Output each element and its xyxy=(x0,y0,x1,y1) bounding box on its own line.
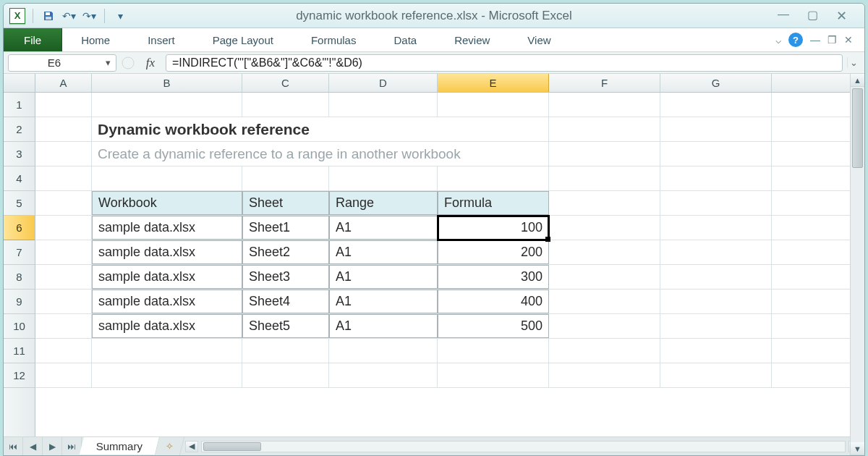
hscroll-thumb[interactable] xyxy=(203,442,261,451)
row-header-1[interactable]: 1 xyxy=(4,93,35,117)
row-header-5[interactable]: 5 xyxy=(4,191,35,216)
formula-bar-value: =INDIRECT("'["&B6&"]"&C6&"'!"&D6) xyxy=(172,56,836,69)
subtitle-cell[interactable]: Create a dynamic reference to a range in… xyxy=(92,142,549,166)
row-header-6[interactable]: 6 xyxy=(4,216,35,240)
sheet-nav-last-icon[interactable]: ⏭ xyxy=(62,437,81,455)
table-cell-sheet[interactable]: Sheet4 xyxy=(242,290,329,313)
svg-rect-0 xyxy=(46,12,50,15)
column-header-C[interactable]: C xyxy=(242,74,329,92)
sheet-nav-next-icon[interactable]: ▶ xyxy=(43,437,62,455)
table-header-formula[interactable]: Formula xyxy=(438,191,549,215)
column-header-F[interactable]: F xyxy=(549,74,660,92)
name-box-dropdown-icon[interactable]: ▾ xyxy=(100,57,116,68)
column-header-D[interactable]: D xyxy=(329,74,438,92)
select-all-corner[interactable] xyxy=(4,74,35,92)
tab-page-layout[interactable]: Page Layout xyxy=(194,28,292,51)
sheet-tab-summary[interactable]: Summary xyxy=(80,436,160,455)
close-button[interactable]: ✕ xyxy=(834,8,848,24)
tab-review[interactable]: Review xyxy=(435,28,509,51)
table-cell-sheet[interactable]: Sheet3 xyxy=(242,265,329,289)
table-cell-sheet[interactable]: Sheet2 xyxy=(242,240,329,264)
sheet-nav-buttons: ⏮ ◀ ▶ ⏭ xyxy=(4,437,82,455)
sheet-nav-prev-icon[interactable]: ◀ xyxy=(23,437,43,455)
column-header-E[interactable]: E xyxy=(438,74,549,92)
row-header-4[interactable]: 4 xyxy=(4,166,35,191)
column-header-A[interactable]: A xyxy=(35,74,92,92)
cells-area[interactable]: Dynamic workbook reference Create a dyna… xyxy=(35,93,864,436)
hscroll-track[interactable] xyxy=(201,441,846,452)
row-headers: 123456789101112 xyxy=(4,93,35,436)
quick-access-toolbar: X ↶▾ ↷▾ ▾ xyxy=(4,8,134,24)
table-header-sheet[interactable]: Sheet xyxy=(242,191,329,215)
svg-rect-1 xyxy=(46,17,51,20)
vertical-scrollbar[interactable]: ▲ ▼ xyxy=(850,93,864,436)
tab-home[interactable]: Home xyxy=(62,28,129,51)
vscroll-track[interactable] xyxy=(851,93,864,436)
maximize-button[interactable]: ▢ xyxy=(805,8,820,24)
table-cell-workbook[interactable]: sample data.xlsx xyxy=(92,290,242,313)
title-bar: X ↶▾ ↷▾ ▾ dynamic workbook reference.xls… xyxy=(4,4,864,28)
row-header-12[interactable]: 12 xyxy=(4,363,35,388)
table-cell-range[interactable]: A1 xyxy=(329,216,438,240)
table-cell-range[interactable]: A1 xyxy=(329,265,438,289)
tab-data[interactable]: Data xyxy=(375,28,435,51)
table-cell-range[interactable]: A1 xyxy=(329,290,438,313)
save-button[interactable] xyxy=(41,8,56,24)
table-cell-formula[interactable]: 400 xyxy=(438,290,549,313)
table-cell-range[interactable]: A1 xyxy=(329,314,438,338)
excel-icon[interactable]: X xyxy=(9,8,25,24)
formula-bar-expand-icon[interactable]: ⌄ xyxy=(847,57,860,68)
help-icon[interactable]: ? xyxy=(788,33,803,47)
title-cell[interactable]: Dynamic workbook reference xyxy=(92,117,549,141)
formula-bar[interactable]: =INDIRECT("'["&B6&"]"&C6&"'!"&D6) xyxy=(166,54,843,72)
tab-view[interactable]: View xyxy=(509,28,569,51)
table-cell-workbook[interactable]: sample data.xlsx xyxy=(92,240,242,264)
table-cell-formula[interactable]: 200 xyxy=(438,240,549,264)
table-header-workbook[interactable]: Workbook xyxy=(92,191,242,215)
minimize-button[interactable]: — xyxy=(776,8,791,24)
qat-customize-button[interactable]: ▾ xyxy=(112,8,128,24)
workbook-close-button[interactable]: ✕ xyxy=(844,34,853,46)
undo-button[interactable]: ↶▾ xyxy=(61,8,77,24)
table-cell-workbook[interactable]: sample data.xlsx xyxy=(92,314,242,338)
column-headers: ABCDEFG xyxy=(4,74,864,93)
worksheet-grid: ABCDEFG 123456789101112 Dynamic workbook… xyxy=(4,74,864,455)
row-header-8[interactable]: 8 xyxy=(4,265,35,290)
ribbon-minimize-icon[interactable]: ⌵ xyxy=(775,34,781,46)
table-cell-sheet[interactable]: Sheet1 xyxy=(242,216,329,240)
row-header-10[interactable]: 10 xyxy=(4,314,35,339)
fx-label[interactable]: fx xyxy=(140,56,161,70)
horizontal-scrollbar[interactable]: ◀ ▶ xyxy=(182,437,864,455)
table-cell-workbook[interactable]: sample data.xlsx xyxy=(92,265,242,289)
scroll-left-icon[interactable]: ◀ xyxy=(185,441,198,452)
name-box[interactable]: E6 ▾ xyxy=(8,54,116,72)
sheet-tab-bar: ⏮ ◀ ▶ ⏭ Summary ✧ ◀ ▶ xyxy=(4,436,864,455)
table-cell-range[interactable]: A1 xyxy=(329,240,438,264)
workbook-minimize-button[interactable]: — xyxy=(810,34,820,46)
tab-insert[interactable]: Insert xyxy=(129,28,194,51)
table-cell-formula[interactable]: 300 xyxy=(438,265,549,289)
redo-button[interactable]: ↷▾ xyxy=(81,8,97,24)
row-header-3[interactable]: 3 xyxy=(4,142,35,166)
tab-formulas[interactable]: Formulas xyxy=(292,28,375,51)
column-header-G[interactable]: G xyxy=(660,74,772,92)
row-header-2[interactable]: 2 xyxy=(4,117,35,142)
workbook-restore-button[interactable]: ❐ xyxy=(827,34,837,46)
table-cell-workbook[interactable]: sample data.xlsx xyxy=(92,216,242,240)
row-header-7[interactable]: 7 xyxy=(4,240,35,265)
row-header-9[interactable]: 9 xyxy=(4,290,35,314)
row-header-11[interactable]: 11 xyxy=(4,339,35,363)
svg-point-2 xyxy=(122,57,134,69)
table-cell-sheet[interactable]: Sheet5 xyxy=(242,314,329,338)
table-header-range[interactable]: Range xyxy=(329,191,438,215)
file-tab[interactable]: File xyxy=(4,28,62,51)
vscroll-thumb[interactable] xyxy=(852,93,863,168)
new-sheet-button[interactable]: ✧ xyxy=(156,437,184,455)
table-cell-formula[interactable]: 100 xyxy=(438,216,549,240)
name-box-value: E6 xyxy=(9,56,100,69)
window-controls: — ▢ ✕ xyxy=(776,8,864,24)
fx-cancel-placeholder xyxy=(121,56,135,70)
column-header-B[interactable]: B xyxy=(92,74,242,92)
table-cell-formula[interactable]: 500 xyxy=(438,314,549,338)
sheet-nav-first-icon[interactable]: ⏮ xyxy=(4,437,23,455)
